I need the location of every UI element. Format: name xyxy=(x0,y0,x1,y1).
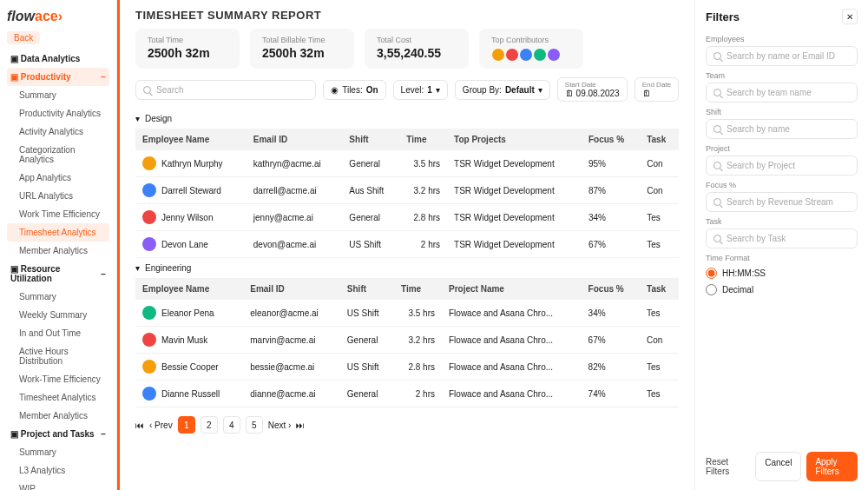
next-page[interactable]: Next › xyxy=(268,420,292,430)
sidebar-item[interactable]: WIP xyxy=(7,480,109,490)
column-header[interactable]: Employee Name xyxy=(135,129,247,150)
sidebar-item[interactable]: Summary xyxy=(7,443,109,461)
avatar xyxy=(142,306,156,320)
table-row[interactable]: Bessie Cooperbessie@acme.aiUS Shift2.8 h… xyxy=(135,354,679,381)
column-header[interactable]: Focus % xyxy=(582,129,640,150)
tiles-toggle[interactable]: ◉ Tiles: On xyxy=(323,80,385,100)
filters-title: Filters xyxy=(706,10,740,23)
table-row[interactable]: Mavin Muskmarvin@acme.aiGeneral3.2 hrsFl… xyxy=(135,327,679,354)
sidebar-item[interactable]: Activity Analytics xyxy=(7,122,109,141)
column-header[interactable]: Email ID xyxy=(247,129,343,150)
sidebar-item[interactable]: L3 Analytics xyxy=(7,461,109,480)
sidebar-item[interactable]: Work Time Efficiency xyxy=(7,205,109,223)
search-icon xyxy=(143,86,151,94)
search-input[interactable]: Search xyxy=(135,80,316,100)
cancel-button[interactable]: Cancel xyxy=(755,452,801,481)
last-page[interactable]: ⏭ xyxy=(296,420,305,430)
sidebar-section[interactable]: ▣ Project and Tasks− xyxy=(7,425,109,443)
sidebar-item[interactable]: App Analytics xyxy=(7,169,109,187)
search-icon xyxy=(713,235,721,242)
apply-filters-button[interactable]: Apply Filters xyxy=(806,452,858,481)
main: TIMESHEET SUMMARY REPORT Total Time 2500… xyxy=(117,0,694,490)
timesheet-table: Employee NameEmail IDShiftTimeTop Projec… xyxy=(135,129,679,258)
column-header[interactable]: Shift xyxy=(340,278,394,300)
search-icon xyxy=(713,52,721,60)
group-header[interactable]: ▾ Design xyxy=(135,109,679,129)
filter-label: Team xyxy=(706,71,858,80)
sidebar-item[interactable]: Weekly Summary xyxy=(7,306,109,324)
minus-icon: − xyxy=(101,429,106,439)
sidebar-item[interactable]: Summary xyxy=(7,86,109,104)
sidebar-item[interactable]: Summary xyxy=(7,288,109,306)
avatar xyxy=(142,333,156,347)
page-button[interactable]: 5 xyxy=(246,416,263,434)
avatar xyxy=(519,48,533,62)
sidebar-section[interactable]: ▣ Productivity− xyxy=(7,68,109,86)
table-row[interactable]: Eleanor Penaeleanor@acme.aiUS Shift3.5 h… xyxy=(135,300,679,327)
filter-label: Task xyxy=(706,217,858,226)
groupby-select[interactable]: Group By: Default ▾ xyxy=(455,80,550,100)
sidebar-item[interactable]: Timesheet Analytics xyxy=(7,223,109,242)
group-header[interactable]: ▾ Engineering xyxy=(135,258,679,278)
sidebar-item[interactable]: Categorization Analytics xyxy=(7,141,109,169)
column-header[interactable]: Top Projects xyxy=(447,129,582,150)
time-format-option[interactable]: Decimal xyxy=(706,284,858,295)
sidebar-item[interactable]: URL Analytics xyxy=(7,187,109,205)
back-button[interactable]: Back xyxy=(7,31,40,44)
sidebar-section[interactable]: ▣ Resource Utilization− xyxy=(7,260,109,288)
search-icon xyxy=(713,162,721,169)
column-header[interactable]: Shift xyxy=(342,129,399,150)
sidebar-item[interactable]: Member Analytics xyxy=(7,407,109,425)
avatar xyxy=(142,387,156,401)
search-icon xyxy=(713,89,721,96)
column-header[interactable]: Project Name xyxy=(442,278,582,300)
search-icon xyxy=(713,198,721,206)
column-header[interactable]: Time xyxy=(399,129,447,150)
start-date[interactable]: Start Date 🗓 09.08.2023 xyxy=(557,77,628,102)
summary-cards: Total Time 2500h 32m Total Billable Time… xyxy=(120,29,694,77)
card-billable: Total Billable Time 2500h 32m xyxy=(250,29,354,69)
filter-input[interactable]: Search by Project xyxy=(706,156,858,175)
filter-input[interactable]: Search by Revenue Stream xyxy=(706,192,858,212)
sidebar-item[interactable]: Work-Time Efficiency xyxy=(7,370,109,388)
column-header[interactable]: Email ID xyxy=(243,278,340,300)
page-button[interactable]: 4 xyxy=(223,416,240,434)
column-header[interactable]: Employee Name xyxy=(135,278,243,300)
level-select[interactable]: Level: 1 ▾ xyxy=(393,80,448,100)
avatar xyxy=(547,48,561,62)
column-header[interactable]: Task xyxy=(640,129,679,150)
sidebar-section[interactable]: ▣ Data Analytics xyxy=(7,50,109,68)
sidebar-item[interactable]: Timesheet Analytics xyxy=(7,388,109,407)
avatar xyxy=(142,210,156,224)
sidebar-item[interactable]: Member Analytics xyxy=(7,242,109,260)
time-format-option[interactable]: HH:MM:SS xyxy=(706,268,858,279)
table-row[interactable]: Darrell Stewarddarrell@acme.aiAus Shift3… xyxy=(135,177,679,204)
filter-label: Focus % xyxy=(706,181,858,189)
column-header[interactable]: Focus % xyxy=(582,278,640,300)
search-icon xyxy=(713,125,721,133)
sidebar-item[interactable]: Productivity Analytics xyxy=(7,104,109,122)
filter-input[interactable]: Search by name xyxy=(706,119,858,139)
chevron-down-icon: ▾ xyxy=(135,263,140,273)
minus-icon: − xyxy=(101,72,106,82)
close-button[interactable]: ✕ xyxy=(842,9,858,24)
sidebar-item[interactable]: In and Out Time xyxy=(7,324,109,342)
column-header[interactable]: Time xyxy=(394,278,442,300)
first-page[interactable]: ⏮ xyxy=(135,420,144,430)
end-date[interactable]: End Date 🗓 xyxy=(635,77,679,102)
sidebar-item[interactable]: Active Hours Distribution xyxy=(7,342,109,370)
filter-input[interactable]: Search by team name xyxy=(706,83,858,103)
reset-filters[interactable]: Reset Filters xyxy=(706,457,748,476)
table-row[interactable]: Dianne Russelldianne@acme.aiGeneral2 hrs… xyxy=(135,381,679,407)
prev-page[interactable]: ‹ Prev xyxy=(149,420,173,430)
filter-input[interactable]: Search by name or Email ID xyxy=(706,46,858,66)
column-header[interactable]: Task xyxy=(640,278,679,300)
page-button[interactable]: 1 xyxy=(178,416,195,434)
filter-input[interactable]: Search by Task xyxy=(706,228,858,248)
table-row[interactable]: Jenny Wilsonjenny@acme.aiGeneral2.8 hrsT… xyxy=(135,204,679,231)
page-button[interactable]: 2 xyxy=(201,416,218,434)
table-row[interactable]: Kathryn Murphykathryn@acme.aiGeneral3.5 … xyxy=(135,150,679,177)
avatar xyxy=(142,183,156,197)
filters-panel: Filters ✕ EmployeesSearch by name or Ema… xyxy=(694,0,868,490)
table-row[interactable]: Devon Lanedevon@acme.aiUS Shift2 hrsTSR … xyxy=(135,231,679,258)
